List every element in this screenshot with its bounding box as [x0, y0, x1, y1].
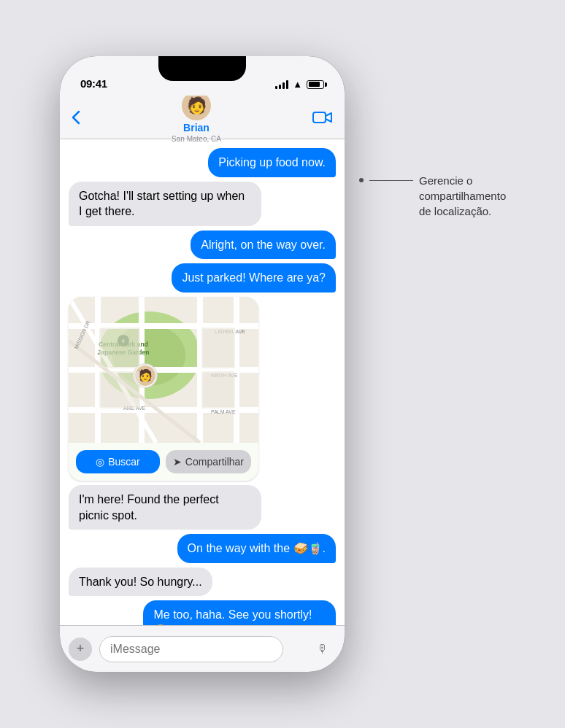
message-input[interactable] [99, 636, 283, 662]
svg-rect-27 [99, 371, 140, 408]
back-button[interactable] [72, 110, 80, 125]
bubble-sent: Just parked! Where are ya? [172, 263, 336, 293]
bubble-received: Gotcha! I'll start setting up when I get… [69, 182, 261, 226]
status-time: 09:41 [80, 77, 107, 90]
input-wrapper: 🎙 [99, 636, 336, 662]
map-message-row: MISSION DR LAUREL AVE NINTH AVE PALM AVE… [69, 297, 336, 481]
avatar: 🧑 [182, 91, 211, 120]
video-camera-icon [312, 110, 333, 125]
contact-header[interactable]: 🧑 Brian San Mateo, CA [172, 91, 221, 143]
annotation: Gerencie o compartilhamento de localizaç… [359, 56, 505, 219]
chevron-left-icon [72, 110, 80, 125]
status-icons: ▲ [275, 79, 324, 90]
map-svg: MISSION DR LAUREL AVE NINTH AVE PALM AVE… [69, 297, 258, 443]
map-image: MISSION DR LAUREL AVE NINTH AVE PALM AVE… [69, 297, 258, 443]
svg-rect-25 [99, 328, 140, 368]
wifi-icon: ▲ [293, 79, 302, 90]
map-actions: ◎ Buscar ➤ Compartilhar [69, 443, 258, 481]
buscar-button[interactable]: ◎ Buscar [76, 450, 160, 473]
compass-icon: ◎ [96, 456, 104, 468]
bubble-received: I'm here! Found the perfect picnic spot. [69, 485, 261, 530]
message-row: I'm here! Found the perfect picnic spot. [69, 485, 336, 530]
signal-icon [275, 80, 288, 89]
nav-bar: 🧑 Brian San Mateo, CA [60, 96, 345, 139]
phone-frame: 09:41 ▲ 🧑 [60, 56, 345, 672]
bubble-sent: Me too, haha. See you shortly! 😎 [143, 600, 336, 625]
annotation-dot [359, 178, 364, 182]
notch [158, 56, 246, 81]
status-bar: 09:41 ▲ [60, 56, 345, 96]
bubble-received: Thank you! So hungry... [69, 568, 212, 597]
message-row: Picking up food now. [69, 148, 336, 177]
svg-rect-26 [201, 328, 235, 368]
svg-rect-28 [201, 371, 235, 408]
battery-icon [307, 80, 324, 89]
svg-rect-0 [313, 112, 326, 123]
video-call-button[interactable] [312, 110, 333, 125]
message-row: Me too, haha. See you shortly! 😎 [69, 600, 336, 625]
message-row: On the way with the 🥪🧋. [69, 534, 336, 563]
input-bar: + 🎙 [60, 625, 345, 672]
message-row: Alright, on the way over. [69, 231, 336, 260]
annotation-text: Gerencie o compartilhamento de localizaç… [419, 173, 506, 219]
plus-icon: + [77, 641, 85, 657]
home-bar [155, 672, 250, 673]
annotation-container: Gerencie o compartilhamento de localizaç… [359, 173, 505, 219]
svg-text:PALM AVE: PALM AVE [211, 409, 236, 414]
contact-location: San Mateo, CA [172, 135, 221, 143]
message-row: Thank you! So hungry... [69, 568, 336, 597]
message-row: Gotcha! I'll start setting up when I get… [69, 182, 336, 226]
mic-icon: 🎙 [317, 643, 328, 656]
share-icon: ➤ [173, 456, 182, 468]
scene: 09:41 ▲ 🧑 [60, 56, 505, 672]
messages-list: Picking up food now. Gotcha! I'll start … [60, 139, 345, 625]
bubble-sent: Alright, on the way over. [191, 231, 336, 260]
add-button[interactable]: + [69, 638, 92, 661]
bubble-sent: Picking up food now. [208, 148, 336, 177]
bubble-sent: On the way with the 🥪🧋. [177, 534, 336, 563]
annotation-line [369, 180, 413, 181]
compartilhar-button[interactable]: ➤ Compartilhar [166, 450, 251, 473]
message-row: Just parked! Where are ya? [69, 263, 336, 293]
contact-name: Brian [183, 122, 210, 133]
map-bubble[interactable]: MISSION DR LAUREL AVE NINTH AVE PALM AVE… [69, 297, 258, 481]
